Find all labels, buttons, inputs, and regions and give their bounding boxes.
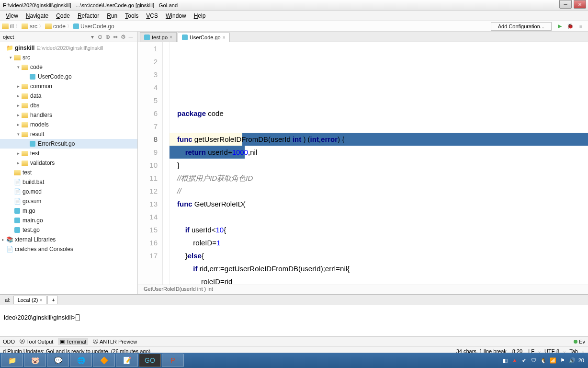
taskbar-wechat[interactable]: 💬 bbox=[47, 354, 69, 367]
tree-item[interactable]: ▾src bbox=[0, 53, 137, 62]
code-line[interactable]: // bbox=[177, 184, 588, 197]
menu-help[interactable]: Help bbox=[190, 12, 210, 20]
run-icon[interactable]: ▶ bbox=[555, 22, 564, 31]
code-area[interactable]: 1234567891011121314151617 package codefu… bbox=[138, 42, 588, 285]
tree-item[interactable]: ▸data bbox=[0, 91, 137, 101]
menu-window[interactable]: Window bbox=[162, 12, 190, 20]
taskbar-goland[interactable]: GO bbox=[139, 354, 161, 367]
editor-tab[interactable]: UserCode.go× bbox=[178, 33, 230, 42]
code-line[interactable]: //根据用户ID获取角色ID bbox=[177, 172, 588, 184]
twisty-icon[interactable]: ▸ bbox=[15, 113, 21, 117]
twisty-icon[interactable]: ▸ bbox=[15, 84, 21, 89]
tree-item[interactable]: ▸test bbox=[0, 149, 137, 158]
twisty-icon[interactable]: ▸ bbox=[15, 103, 21, 108]
breadcrumb-item[interactable]: UserCode.go bbox=[73, 23, 114, 30]
todo-tab[interactable]: ODO bbox=[3, 339, 15, 345]
project-dropdown-icon[interactable]: ▾ bbox=[89, 34, 96, 40]
tree-item[interactable]: ▾result bbox=[0, 129, 137, 139]
tray-icon[interactable]: 🔺 bbox=[511, 357, 518, 364]
tree-item[interactable]: ▸dbs bbox=[0, 101, 137, 110]
menu-view[interactable]: View bbox=[2, 12, 22, 20]
tree-item[interactable]: main.go bbox=[0, 216, 137, 225]
twisty-icon[interactable]: ▸ bbox=[15, 151, 21, 156]
twisty-icon[interactable]: ▾ bbox=[15, 132, 21, 137]
menu-vcs[interactable]: VCS bbox=[142, 12, 162, 20]
menu-run[interactable]: Run bbox=[103, 12, 121, 20]
minimize-button[interactable]: ─ bbox=[559, 0, 572, 9]
twisty-icon[interactable]: ▸ bbox=[0, 237, 6, 242]
locate-icon[interactable]: ⊕ bbox=[104, 34, 112, 40]
terminal-tab-local[interactable]: Local (2) × bbox=[13, 296, 47, 304]
taskbar-app[interactable]: 🐷 bbox=[24, 354, 46, 367]
taskbar-chrome[interactable]: 🌐 bbox=[70, 354, 92, 367]
tray-clock[interactable]: 20 bbox=[578, 357, 584, 363]
taskbar-app2[interactable]: 🔶 bbox=[93, 354, 115, 367]
tree-item[interactable]: ▾code bbox=[0, 62, 137, 72]
tree-item[interactable]: 📄go.sum bbox=[0, 196, 137, 206]
volume-icon[interactable]: 🔊 bbox=[569, 357, 576, 364]
tree-root[interactable]: 📁 ginskill E:\video\2020\ginskill\ginski… bbox=[0, 43, 137, 53]
tray-icon[interactable]: ⚑ bbox=[559, 357, 566, 364]
settings-icon[interactable]: ⚙ bbox=[119, 34, 127, 40]
tree-item[interactable]: 📄build.bat bbox=[0, 177, 137, 187]
new-terminal-button[interactable]: + bbox=[47, 296, 58, 304]
taskbar-explorer[interactable]: 📁 bbox=[1, 354, 23, 367]
tree-item[interactable]: ▸handlers bbox=[0, 110, 137, 120]
add-configuration-button[interactable]: Add Configuration... bbox=[491, 22, 552, 31]
editor-breadcrumb[interactable]: GetUserRoleID(userId int ) int bbox=[138, 285, 588, 294]
scroll-from-source-icon[interactable]: ⊙ bbox=[96, 34, 104, 40]
code-line[interactable]: if userId<10{ bbox=[177, 223, 588, 236]
event-log[interactable]: Ev bbox=[574, 339, 585, 345]
hide-icon[interactable]: ─ bbox=[127, 34, 135, 40]
twisty-icon[interactable]: ▸ bbox=[15, 122, 21, 127]
code-line[interactable]: if rid,err:=getUserRoleIDFromDB(userId);… bbox=[177, 262, 588, 275]
tray-icon[interactable]: 📶 bbox=[550, 357, 556, 364]
debug-icon[interactable]: 🐞 bbox=[566, 22, 575, 31]
menu-navigate[interactable]: Navigate bbox=[22, 12, 52, 20]
tree-item[interactable]: test.go bbox=[0, 225, 137, 235]
system-tray[interactable]: ◧ 🔺 ✔ 🛡 🐧 📶 ⚑ 🔊 20 bbox=[502, 357, 587, 364]
tree-item[interactable]: UserCode.go bbox=[0, 72, 137, 81]
code-line[interactable]: package code bbox=[177, 107, 588, 120]
code-line[interactable] bbox=[177, 120, 588, 133]
close-icon[interactable]: × bbox=[170, 34, 172, 40]
twisty-icon[interactable]: ▸ bbox=[15, 161, 21, 165]
tree-item[interactable]: 📄go.mod bbox=[0, 187, 137, 196]
breadcrumb-item[interactable]: src bbox=[22, 23, 37, 30]
code-line[interactable]: func GetUserRoleID(userId int ) int { bbox=[177, 197, 588, 210]
code-line[interactable]: }else{ bbox=[177, 249, 588, 262]
fold-column[interactable] bbox=[163, 42, 170, 285]
twisty-icon[interactable]: ▸ bbox=[15, 93, 21, 98]
tree-item[interactable]: ▸models bbox=[0, 120, 137, 129]
scratches[interactable]: 📄 cratches and Consoles bbox=[0, 244, 137, 254]
tray-icon[interactable]: ◧ bbox=[502, 357, 509, 364]
tool-output-tab[interactable]: ⒶTool Output bbox=[20, 338, 53, 345]
twisty-icon[interactable]: ▾ bbox=[8, 55, 13, 60]
tray-icon[interactable]: ✔ bbox=[521, 357, 528, 364]
breadcrumb-item[interactable]: code bbox=[45, 23, 66, 30]
close-button[interactable]: ✕ bbox=[574, 0, 586, 9]
code-line[interactable]: roleID=rid bbox=[177, 275, 588, 285]
external-libraries[interactable]: ▸ 📚 xternal Libraries bbox=[0, 235, 137, 244]
menu-code[interactable]: Code bbox=[52, 12, 74, 20]
code-line[interactable]: } bbox=[177, 159, 588, 172]
close-icon[interactable]: × bbox=[223, 35, 226, 40]
tree-item[interactable]: m.go bbox=[0, 206, 137, 216]
tree-item[interactable]: ErrorResult.go bbox=[0, 139, 137, 149]
tree-item[interactable]: test bbox=[0, 168, 137, 177]
antlr-preview-tab[interactable]: Ⓐ ANTLR Preview bbox=[93, 338, 137, 345]
project-tree[interactable]: 📁 ginskill E:\video\2020\ginskill\ginski… bbox=[0, 42, 137, 294]
editor-tab[interactable]: test.go× bbox=[140, 32, 177, 42]
terminal-body[interactable]: ideo\2020\ginskill\ginskill> bbox=[0, 305, 588, 336]
taskbar-powerpoint[interactable]: P bbox=[162, 354, 184, 367]
collapse-icon[interactable]: ⇔ bbox=[112, 34, 119, 40]
code-line[interactable]: var roleID int bbox=[177, 210, 588, 223]
code-line[interactable]: roleID=1 bbox=[177, 236, 588, 249]
tray-icon[interactable]: 🛡 bbox=[531, 357, 537, 364]
menu-refactor[interactable]: Refactor bbox=[74, 12, 103, 20]
code-content[interactable]: package codefunc getUserRoleIDFromDB(use… bbox=[170, 42, 588, 285]
taskbar-notepad[interactable]: 📝 bbox=[116, 354, 138, 367]
menu-tools[interactable]: Tools bbox=[121, 12, 142, 20]
tree-item[interactable]: ▸common bbox=[0, 81, 137, 91]
twisty-icon[interactable]: ▾ bbox=[15, 65, 21, 69]
